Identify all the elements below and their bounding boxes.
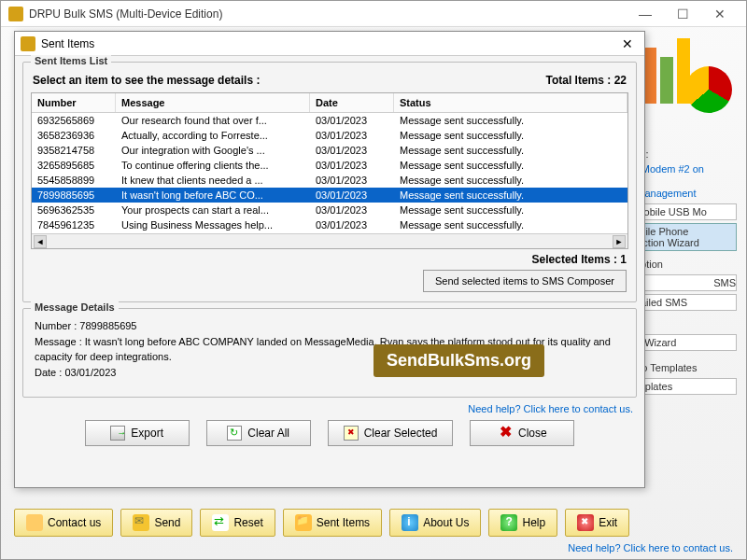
clear-icon (227, 426, 242, 441)
cell-status: Message sent successfully. (394, 203, 627, 217)
table-row[interactable]: 3265895685To continue offering clients t… (32, 158, 627, 173)
export-button[interactable]: Export (85, 420, 190, 446)
minimize-button[interactable]: — (627, 3, 664, 25)
table-header: Number Message Date Status (32, 93, 627, 113)
bottom-toolbar: Contact us Send Reset Sent Items About U… (14, 509, 629, 537)
table-row[interactable]: 5545858899It knew that clients needed a … (32, 173, 627, 188)
sent-items-dialog: Sent Items ✕ Sent Items List Select an i… (14, 31, 645, 488)
maximize-button[interactable]: ☐ (664, 3, 701, 25)
exit-button[interactable]: Exit (565, 509, 629, 537)
contact-us-button[interactable]: Contact us (14, 509, 113, 537)
app-icon (8, 7, 23, 21)
table-row[interactable]: 5696362535Your prospects can start a rea… (32, 203, 627, 217)
cell-message: Our research found that over f... (116, 113, 310, 128)
dialog-title: Sent Items (41, 37, 616, 50)
cell-message: To continue offering clients the... (116, 158, 310, 173)
prompt-text: Select an item to see the message detail… (33, 74, 260, 87)
selected-items: Selected Items : 1 (33, 253, 627, 266)
main-titlebar: DRPU Bulk SMS (Multi-Device Edition) — ☐… (1, 1, 746, 27)
main-window: DRPU Bulk SMS (Multi-Device Edition) — ☐… (0, 0, 747, 560)
about-us-button[interactable]: About Us (389, 509, 481, 537)
close-icon: ✖ (498, 426, 513, 441)
cell-date: 03/01/2023 (310, 173, 394, 188)
cell-number: 7899885695 (32, 188, 116, 203)
cell-status: Message sent successfully. (394, 113, 627, 128)
cell-number: 9358214758 (32, 143, 116, 158)
table-row[interactable]: 3658236936Actually, according to Forrest… (32, 128, 627, 143)
col-number[interactable]: Number (32, 93, 116, 112)
export-icon (110, 426, 125, 441)
dialog-button-row: Export Clear All Clear Selected ✖Close (15, 420, 644, 446)
footer-help-link[interactable]: Need help? Click here to contact us. (568, 542, 733, 553)
detail-number: Number : 7899885695 (35, 318, 625, 334)
cell-date: 03/01/2023 (310, 188, 394, 203)
contact-icon (26, 514, 43, 531)
cell-date: 03/01/2023 (310, 128, 394, 143)
close-button[interactable]: ✕ (701, 3, 739, 25)
cell-date: 03/01/2023 (310, 217, 394, 232)
clear-all-button[interactable]: Clear All (206, 420, 311, 446)
col-date[interactable]: Date (310, 93, 394, 112)
cell-date: 03/01/2023 (310, 143, 394, 158)
cell-date: 03/01/2023 (310, 158, 394, 173)
info-icon (402, 514, 418, 531)
cell-number: 3658236936 (32, 128, 116, 143)
cell-message: Using Business Messages help... (116, 217, 310, 232)
sent-items-list-group: Sent Items List Select an item to see th… (22, 62, 637, 302)
table-row[interactable]: 7845961235Using Business Messages help..… (32, 217, 627, 232)
scroll-left-icon[interactable]: ◄ (34, 235, 47, 248)
reset-button[interactable]: Reset (200, 509, 275, 537)
dialog-icon (21, 36, 35, 51)
cell-status: Message sent successfully. (394, 158, 627, 173)
cell-message: It knew that clients needed a ... (116, 173, 310, 188)
dialog-help-link[interactable]: Need help? Click here to contact us. (26, 403, 633, 414)
help-icon (500, 514, 517, 531)
help-button[interactable]: Help (488, 509, 557, 537)
cell-date: 03/01/2023 (310, 113, 394, 128)
table-row[interactable]: 7899885695It wasn't long before ABC CO..… (32, 188, 627, 203)
cell-message: It wasn't long before ABC CO... (116, 188, 310, 203)
cell-number: 6932565869 (32, 113, 116, 128)
watermark: SendBulkSms.org (374, 344, 544, 377)
table-row[interactable]: 6932565869Our research found that over f… (32, 113, 627, 128)
cell-status: Message sent successfully. (394, 173, 627, 188)
details-title: Message Details (31, 301, 119, 313)
sent-items-button[interactable]: Sent Items (283, 509, 382, 537)
horizontal-scrollbar[interactable]: ◄ ► (32, 233, 627, 248)
close-dialog-button[interactable]: ✖Close (470, 420, 574, 446)
cell-status: Message sent successfully. (394, 143, 627, 158)
total-items: Total Items : 22 (546, 74, 627, 87)
exit-icon (577, 514, 594, 531)
cell-number: 7845961235 (32, 217, 116, 232)
cell-message: Actually, according to Forreste... (116, 128, 310, 143)
cell-number: 5545858899 (32, 173, 116, 188)
reset-icon (212, 514, 229, 531)
cell-status: Message sent successfully. (394, 188, 627, 203)
folder-icon (295, 514, 312, 531)
cell-date: 03/01/2023 (310, 203, 394, 217)
cell-message: Our integration with Google's ... (116, 143, 310, 158)
clear-selected-icon (344, 426, 359, 441)
sent-items-table[interactable]: Number Message Date Status 6932565869Our… (31, 92, 628, 249)
clear-selected-button[interactable]: Clear Selected (328, 420, 454, 446)
table-row[interactable]: 9358214758Our integration with Google's … (32, 143, 627, 158)
col-message[interactable]: Message (116, 93, 310, 112)
scroll-right-icon[interactable]: ► (613, 235, 626, 248)
group-title: Sent Items List (31, 55, 111, 66)
dialog-titlebar: Sent Items ✕ (15, 32, 644, 56)
cell-status: Message sent successfully. (394, 217, 627, 232)
cell-status: Message sent successfully. (394, 128, 627, 143)
col-status[interactable]: Status (394, 93, 627, 112)
send-to-composer-button[interactable]: Send selected items to SMS Composer (423, 270, 627, 292)
message-details-group: Message Details Number : 7899885695 Mess… (22, 308, 637, 398)
cell-number: 3265895685 (32, 158, 116, 173)
cell-number: 5696362535 (32, 203, 116, 217)
cell-message: Your prospects can start a real... (116, 203, 310, 217)
send-button[interactable]: Send (120, 509, 192, 537)
send-icon (133, 514, 149, 531)
dialog-close-button[interactable]: ✕ (616, 36, 639, 51)
app-title: DRPU Bulk SMS (Multi-Device Edition) (29, 7, 627, 21)
